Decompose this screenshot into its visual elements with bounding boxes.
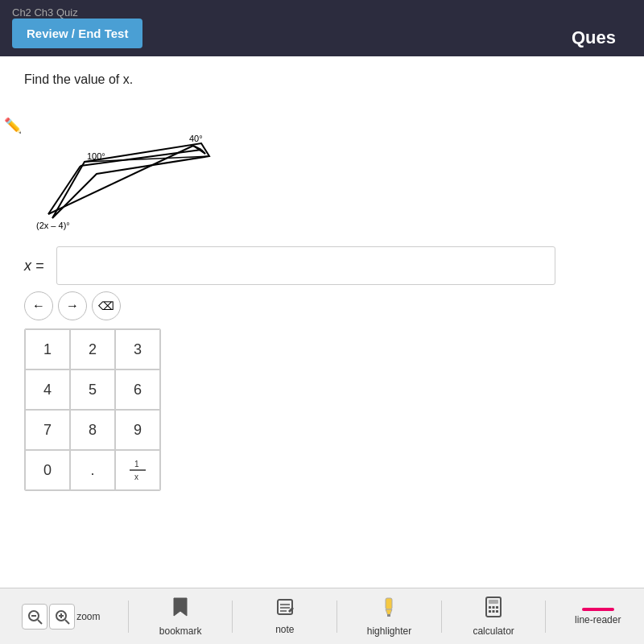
backspace-button[interactable]: ⌫ (92, 291, 121, 320)
num-decimal[interactable]: . (70, 450, 115, 490)
calculator-label: calculator (473, 625, 514, 637)
svg-rect-32 (493, 606, 495, 609)
header: Ch2 Ch3 Quiz Review / End Test Ques (0, 0, 644, 56)
num-3[interactable]: 3 (115, 329, 160, 369)
num-2[interactable]: 2 (70, 329, 115, 369)
svg-marker-21 (174, 598, 187, 616)
divider4 (441, 601, 442, 633)
svg-line-15 (38, 620, 42, 624)
svg-text:100°: 100° (87, 151, 105, 161)
num-4[interactable]: 4 (25, 369, 70, 410)
divider (128, 601, 129, 633)
answer-input[interactable] (56, 246, 555, 285)
line-reader-label: line-reader (575, 614, 621, 625)
num-5[interactable]: 5 (70, 369, 115, 410)
question-prompt: Find the value of x. (24, 72, 628, 87)
answer-row: x = (24, 246, 628, 285)
note-label: note (275, 624, 294, 635)
nav-buttons: ← → ⌫ (24, 291, 628, 320)
x-equals-label: x = (24, 258, 48, 275)
svg-rect-34 (489, 610, 491, 613)
bookmark-icon (171, 597, 189, 622)
bottom-toolbar: zoom bookmark note (0, 588, 644, 644)
svg-rect-36 (496, 610, 498, 613)
num-6[interactable]: 6 (115, 369, 160, 410)
svg-text:1: 1 (134, 460, 139, 469)
diagram-svg: 100° 40° (2x – 4)° (32, 101, 233, 230)
divider3 (336, 601, 337, 633)
svg-text:x: x (134, 473, 138, 481)
highlighter-label: highlighter (367, 625, 411, 637)
num-7[interactable]: 7 (25, 410, 70, 450)
num-9[interactable]: 9 (115, 410, 160, 450)
fraction-button[interactable]: 1 x (115, 450, 160, 490)
svg-rect-26 (386, 598, 392, 609)
zoom-label: zoom (76, 611, 100, 622)
svg-rect-35 (493, 610, 495, 613)
line-reader-tool[interactable]: line-reader (574, 608, 622, 625)
bookmark-label: bookmark (159, 625, 202, 637)
forward-button[interactable]: → (58, 291, 87, 320)
num-1[interactable]: 1 (25, 329, 70, 369)
svg-text:(2x – 4)°: (2x – 4)° (36, 221, 70, 230)
svg-rect-33 (496, 606, 498, 609)
svg-rect-30 (489, 600, 498, 604)
divider5 (545, 601, 546, 633)
calculator-tool[interactable]: calculator (469, 597, 518, 637)
edit-icon: ✏️ (4, 117, 22, 134)
main-content: ✏️ Find the value of x. (0, 56, 644, 596)
back-button[interactable]: ← (24, 291, 53, 320)
svg-rect-28 (387, 614, 390, 617)
calculator-icon (485, 597, 502, 622)
note-icon (276, 598, 294, 621)
review-end-test-button[interactable]: Review / End Test (12, 19, 142, 48)
svg-rect-31 (489, 606, 491, 609)
geometry-diagram: 100° 40° (2x – 4)° (32, 101, 233, 230)
highlighter-tool[interactable]: highlighter (365, 597, 413, 637)
zoom-minus-icon[interactable] (22, 604, 47, 630)
svg-marker-6 (52, 143, 209, 218)
highlighter-icon (380, 597, 398, 622)
bookmark-tool[interactable]: bookmark (156, 597, 204, 637)
ques-label: Ques (572, 27, 624, 48)
quiz-title: Ch2 Ch3 Quiz (12, 6, 78, 19)
line-reader-icon (582, 608, 614, 611)
svg-text:40°: 40° (189, 134, 203, 143)
num-8[interactable]: 8 (70, 410, 115, 450)
svg-line-18 (65, 620, 69, 624)
zoom-plus-icon[interactable] (49, 604, 75, 630)
num-0[interactable]: 0 (25, 450, 70, 490)
note-tool[interactable]: note (261, 598, 309, 635)
zoom-tool[interactable]: zoom (22, 604, 100, 630)
numpad: 1 2 3 4 5 6 7 8 9 0 . 1 x (24, 328, 161, 491)
divider2 (232, 601, 233, 633)
